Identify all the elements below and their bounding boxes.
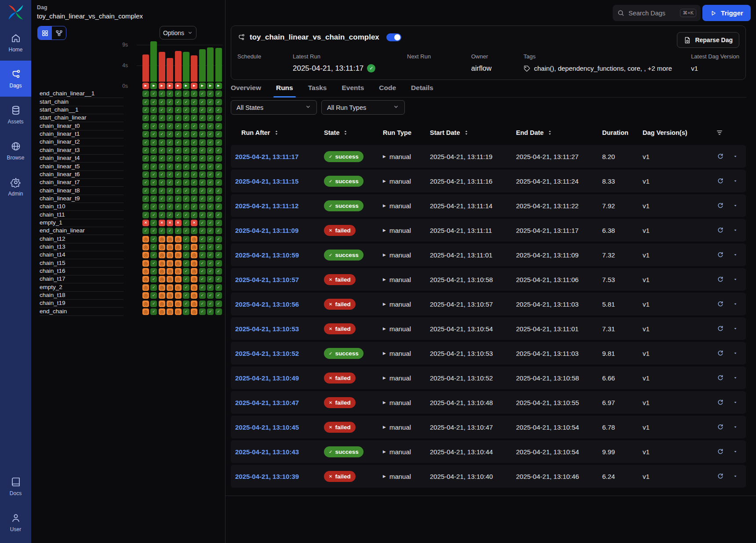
task-instance-square[interactable]: ✓ (159, 139, 165, 146)
task-instance-square[interactable]: ✓ (215, 147, 222, 154)
run-duration-bar[interactable] (159, 52, 165, 82)
task-instance-square[interactable]: ✓ (150, 212, 157, 218)
task-instance-square[interactable]: ✓ (199, 188, 206, 194)
task-instance-square[interactable]: ✓ (183, 212, 189, 218)
task-instance-square[interactable]: ✓ (175, 203, 182, 210)
task-instance-square[interactable]: ✓ (167, 171, 173, 178)
task-instance-square[interactable]: ✓ (142, 195, 149, 202)
task-instance-square[interactable]: ✓ (150, 228, 157, 234)
task-instance-square[interactable]: ✓ (150, 99, 157, 105)
task-instance-square[interactable]: ✓ (183, 131, 189, 138)
task-instance-square[interactable]: ✓ (191, 228, 197, 234)
task-instance-square[interactable]: ✓ (207, 228, 214, 234)
column-header-end-date[interactable]: End Date (516, 129, 602, 136)
sidebar-item-dags[interactable]: Dags (0, 61, 31, 97)
task-instance-square[interactable]: ✓ (199, 228, 206, 234)
run-duration-bar[interactable] (175, 51, 182, 82)
task-instance-square[interactable]: ✓ (159, 179, 165, 186)
task-label[interactable]: chain_t17 (40, 275, 124, 283)
task-instance-square[interactable]: ✓ (175, 107, 182, 113)
task-instance-square[interactable]: ◎ (175, 308, 182, 315)
task-instance-square[interactable]: ✓ (150, 244, 157, 250)
dag-enabled-toggle[interactable] (386, 33, 401, 41)
task-instance-square[interactable]: ✕ (175, 220, 182, 226)
run-duration-bar[interactable] (183, 52, 189, 82)
task-instance-square[interactable]: ◎ (167, 252, 173, 258)
task-instance-square[interactable]: ✓ (199, 252, 206, 258)
task-label[interactable]: end_chain_linear (40, 227, 124, 235)
task-instance-square[interactable]: ✓ (215, 212, 222, 218)
task-label[interactable]: chain_linear_t9 (40, 195, 124, 203)
task-instance-square[interactable]: ✓ (199, 179, 206, 186)
task-instance-square[interactable]: ✓ (207, 139, 214, 146)
clear-run-button[interactable] (717, 153, 724, 160)
clear-run-button[interactable] (717, 300, 724, 308)
task-label[interactable]: start_chain (40, 98, 124, 106)
task-instance-square[interactable]: ✓ (215, 292, 222, 299)
task-instance-square[interactable]: ✓ (215, 252, 222, 258)
task-instance-square[interactable]: ✓ (150, 90, 157, 97)
task-instance-square[interactable]: ✓ (207, 179, 214, 186)
task-instance-square[interactable]: ◎ (159, 252, 165, 258)
task-instance-square[interactable]: ✓ (183, 220, 189, 226)
task-instance-square[interactable]: ◎ (167, 284, 173, 291)
task-instance-square[interactable]: ✓ (207, 131, 214, 138)
tab-runs[interactable]: Runs (276, 83, 293, 97)
task-instance-square[interactable]: ✓ (215, 260, 222, 267)
task-instance-square[interactable]: ✓ (175, 115, 182, 121)
task-instance-square[interactable]: ✓ (150, 300, 157, 307)
task-instance-square[interactable]: ◎ (142, 284, 149, 291)
task-instance-square[interactable]: ◎ (159, 292, 165, 299)
task-instance-square[interactable]: ✓ (183, 147, 189, 154)
task-instance-square[interactable]: ✓ (150, 260, 157, 267)
task-label[interactable]: chain_t18 (40, 292, 124, 300)
task-instance-square[interactable]: ◎ (175, 300, 182, 307)
task-instance-square[interactable]: ✓ (150, 139, 157, 146)
task-instance-square[interactable]: ✓ (150, 195, 157, 202)
run-after-link[interactable]: 2025-04-21, 13:10:59 (235, 251, 299, 259)
task-instance-square[interactable]: ◎ (159, 260, 165, 267)
run-after-link[interactable]: 2025-04-21, 13:11:12 (235, 202, 298, 210)
sidebar-item-user[interactable]: User (0, 504, 31, 540)
row-menu-caret[interactable] (733, 449, 738, 454)
clear-run-button[interactable] (717, 276, 724, 283)
task-instance-square[interactable]: ✓ (215, 220, 222, 226)
task-instance-square[interactable]: ✓ (207, 300, 214, 307)
task-instance-square[interactable]: ✓ (199, 276, 206, 282)
task-instance-square[interactable]: ✓ (142, 179, 149, 186)
task-label[interactable]: chain_t12 (40, 235, 124, 243)
task-label[interactable]: start_chain_linear (40, 114, 124, 122)
task-instance-square[interactable]: ✓ (183, 252, 189, 258)
row-menu-caret[interactable] (733, 228, 738, 233)
task-instance-square[interactable]: ✓ (207, 195, 214, 202)
task-instance-square[interactable]: ✓ (215, 236, 222, 243)
task-instance-square[interactable]: ✓ (183, 244, 189, 250)
task-instance-square[interactable]: ✓ (215, 131, 222, 138)
task-instance-square[interactable]: ◎ (167, 268, 173, 275)
task-instance-square[interactable]: ✓ (215, 90, 222, 97)
run-type-filter-select[interactable]: All Run Types (321, 100, 405, 115)
task-instance-square[interactable]: ✓ (142, 163, 149, 170)
task-label[interactable]: chain_t15 (40, 260, 124, 268)
task-instance-square[interactable]: ◎ (142, 308, 149, 315)
run-after-link[interactable]: 2025-04-21, 13:10:56 (235, 300, 299, 308)
task-instance-square[interactable]: ✓ (175, 147, 182, 154)
task-instance-square[interactable]: ✓ (183, 99, 189, 105)
task-instance-square[interactable]: ◎ (167, 276, 173, 282)
task-instance-square[interactable]: ◎ (159, 244, 165, 250)
task-instance-square[interactable]: ◎ (142, 292, 149, 299)
task-instance-square[interactable]: ✓ (215, 244, 222, 250)
task-instance-square[interactable]: ◎ (175, 244, 182, 250)
task-label[interactable]: chain_t13 (40, 243, 124, 251)
task-instance-square[interactable]: ✓ (183, 268, 189, 275)
task-label[interactable]: chain_linear_t5 (40, 163, 124, 171)
task-instance-square[interactable]: ✓ (142, 228, 149, 234)
task-instance-square[interactable]: ◎ (175, 292, 182, 299)
task-instance-square[interactable]: ✓ (167, 228, 173, 234)
task-instance-square[interactable]: ✓ (207, 268, 214, 275)
task-label[interactable]: end_chain_linear__1 (40, 90, 124, 98)
task-instance-square[interactable]: ✓ (183, 236, 189, 243)
tab-events[interactable]: Events (342, 83, 364, 97)
task-instance-square[interactable]: ✓ (183, 90, 189, 97)
task-instance-square[interactable]: ✓ (142, 99, 149, 105)
